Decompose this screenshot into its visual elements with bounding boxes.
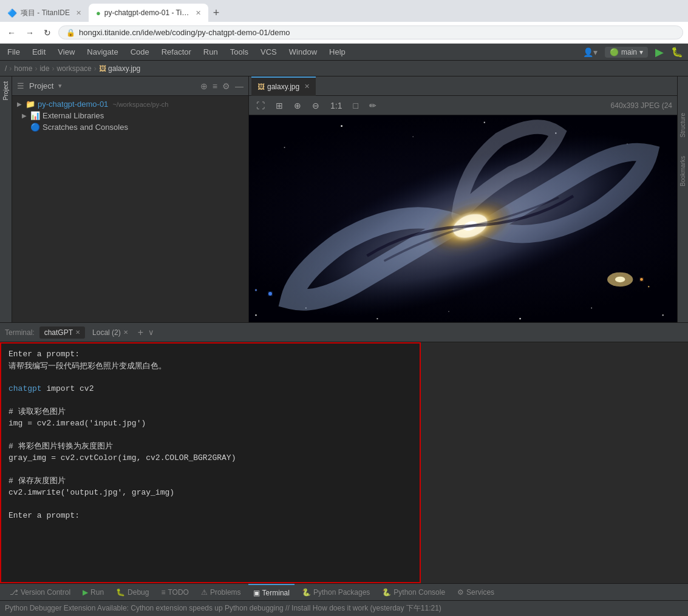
python-packages-label: Python Packages — [313, 588, 370, 597]
menu-view[interactable]: View — [55, 46, 77, 58]
project-sidebar-label[interactable]: Project — [2, 81, 9, 100]
todo-icon: ≡ — [161, 588, 165, 597]
tree-item-scratches[interactable]: ▶ 🔵 Scratches and Consoles — [12, 121, 248, 133]
terminal-tab-chatgpt[interactable]: chatGPT ✕ — [39, 327, 85, 339]
term-blank-5 — [9, 499, 412, 510]
new-tab-button[interactable]: + — [208, 7, 225, 19]
todo-label: TODO — [168, 588, 188, 597]
ext-libs-label: External Libraries — [43, 111, 104, 120]
tool-fullscreen[interactable]: ⛶ — [254, 100, 267, 112]
tool-zoom-out[interactable]: ⊖ — [310, 100, 322, 112]
tab-file-close[interactable]: ✕ — [304, 83, 310, 90]
tab-1-icon: 🔷 — [7, 8, 17, 18]
run-button[interactable]: ▶ — [655, 46, 664, 59]
image-info: 640x393 JPEG (24 — [611, 101, 672, 110]
breadcrumb-ide[interactable]: ide — [39, 64, 49, 73]
debug-button[interactable]: 🐛 — [671, 46, 683, 58]
menu-window[interactable]: Window — [287, 46, 319, 58]
chatgpt-tab-close[interactable]: ✕ — [75, 329, 80, 336]
panel-btn-collapse[interactable]: ≡ — [213, 81, 217, 91]
term-line-code1: img = cv2.imread('input.jpg') — [9, 418, 412, 430]
breadcrumb-home[interactable]: home — [14, 64, 32, 73]
editor-tab-galaxy[interactable]: 🖼 galaxy.jpg ✕ — [251, 76, 316, 96]
run-label: Run — [90, 588, 104, 597]
status-python-console[interactable]: 🐍 Python Console — [377, 584, 450, 600]
panel-toolbar: ☰ Project ▾ ⊕ ≡ ⚙ — — [12, 76, 248, 96]
svg-point-24 — [268, 292, 272, 296]
local-tab-close[interactable]: ✕ — [123, 329, 128, 336]
tab-1-close[interactable]: ✕ — [76, 9, 81, 17]
tree-item-root[interactable]: ▶ 📁 py-chatgpt-demo-01 ~/workspace/py-ch — [12, 98, 248, 110]
tool-grid[interactable]: ⊞ — [273, 100, 285, 112]
tool-actual-size[interactable]: 1:1 — [328, 100, 344, 112]
scratches-icon: 🔵 — [30, 123, 40, 132]
services-icon: ⚙ — [457, 588, 464, 597]
back-button[interactable]: ← — [5, 27, 18, 39]
address-bar-row: ← → ↻ 🔒 hongxi.titanide.cn/ide/web/codin… — [0, 22, 688, 44]
image-viewer — [249, 115, 677, 322]
terminal-status-icon: ▣ — [253, 589, 260, 597]
menu-vcs[interactable]: VCS — [258, 46, 279, 58]
terminal-add-button[interactable]: + — [135, 327, 146, 338]
tool-zoom-in[interactable]: ⊕ — [291, 100, 304, 112]
folder-icon: 📁 — [26, 100, 35, 109]
status-problems[interactable]: ⚠ Problems — [196, 584, 246, 600]
terminal-chevron[interactable]: ∨ — [148, 328, 154, 337]
panel-btn-settings[interactable]: ⚙ — [222, 81, 230, 91]
status-terminal[interactable]: ▣ Terminal — [248, 584, 295, 600]
tab-file-name: galaxy.jpg — [267, 83, 299, 91]
panel-btn-localize[interactable]: ⊕ — [200, 81, 208, 91]
lock-icon: 🔒 — [66, 29, 75, 37]
tool-fit[interactable]: □ — [350, 100, 360, 112]
address-bar[interactable]: 🔒 hongxi.titanide.cn/ide/web/coding/py-c… — [58, 25, 683, 39]
status-python-packages[interactable]: 🐍 Python Packages — [297, 584, 375, 600]
term-line-comment2: # 将彩色图片转换为灰度图片 — [9, 441, 412, 453]
menu-code[interactable]: Code — [128, 46, 152, 58]
tab-2-close[interactable]: ✕ — [196, 9, 201, 17]
notification-bar: Python Debugger Extension Available: Cyt… — [0, 600, 688, 616]
status-bar: ⎇ Version Control ▶ Run 🐛 Debug ≡ TODO ⚠… — [0, 583, 688, 600]
svg-point-2 — [284, 147, 285, 148]
term-blank-3 — [9, 430, 412, 441]
satellite-galaxy — [607, 272, 633, 287]
breadcrumb-workspace[interactable]: workspace — [56, 64, 91, 73]
terminal-status-label: Terminal — [262, 589, 290, 597]
status-version-control[interactable]: ⎇ Version Control — [5, 584, 75, 600]
menu-help[interactable]: Help — [327, 46, 348, 58]
reload-button[interactable]: ↻ — [41, 27, 53, 39]
debug-label: Debug — [128, 588, 149, 597]
bookmarks-label[interactable]: Bookmarks — [679, 156, 686, 186]
menu-run[interactable]: Run — [201, 46, 220, 58]
forward-button[interactable]: → — [23, 27, 36, 39]
user-icon-btn[interactable]: 👤▾ — [583, 47, 598, 57]
python-icon: 🟢 — [610, 48, 619, 56]
terminal-content: Enter a prompt: 请帮我编写一段代码把彩色照片变成黑白色。 cha… — [0, 342, 688, 583]
status-run[interactable]: ▶ Run — [78, 584, 109, 600]
expand-arrow: ▶ — [17, 101, 23, 107]
status-todo[interactable]: ≡ TODO — [156, 584, 193, 600]
menu-file[interactable]: File — [5, 46, 22, 58]
menu-tools[interactable]: Tools — [228, 46, 251, 58]
terminal-tab-local[interactable]: Local (2) ✕ — [87, 327, 133, 339]
run-config-label: main — [621, 48, 637, 56]
menu-refactor[interactable]: Refactor — [159, 46, 194, 58]
menu-edit[interactable]: Edit — [30, 46, 48, 58]
panel-btn-minimize[interactable]: — — [235, 81, 244, 91]
menu-navigate[interactable]: Navigate — [84, 46, 120, 58]
tab-2[interactable]: ● py-chatgpt-demo-01 - TitanID ✕ — [89, 4, 208, 22]
tool-edit[interactable]: ✏ — [367, 100, 379, 112]
image-toolbar: ⛶ ⊞ ⊕ ⊖ 1:1 □ ✏ 640x393 JPEG (24 — [249, 96, 677, 115]
scratches-label: Scratches and Consoles — [43, 123, 128, 132]
tab-1[interactable]: 🔷 项目 - TitanIDE ✕ — [0, 4, 89, 22]
file-tree: ▶ 📁 py-chatgpt-demo-01 ~/workspace/py-ch… — [12, 96, 248, 322]
status-debug[interactable]: 🐛 Debug — [111, 584, 154, 600]
run-config[interactable]: 🟢 main ▾ — [605, 47, 648, 58]
status-services[interactable]: ⚙ Services — [452, 584, 499, 600]
editor-area: 🖼 galaxy.jpg ✕ ⛶ ⊞ ⊕ ⊖ 1:1 □ ✏ 640x393 J… — [249, 76, 677, 322]
terminal-main[interactable]: Enter a prompt: 请帮我编写一段代码把彩色照片变成黑白色。 cha… — [0, 342, 421, 583]
breadcrumb-root[interactable]: / — [5, 64, 7, 73]
structure-label[interactable]: Structure — [679, 113, 686, 138]
notification-text: Python Debugger Extension Available: Cyt… — [5, 604, 441, 612]
tree-item-ext-libs[interactable]: ▶ 📊 External Libraries — [12, 110, 248, 121]
svg-point-12 — [448, 311, 449, 313]
